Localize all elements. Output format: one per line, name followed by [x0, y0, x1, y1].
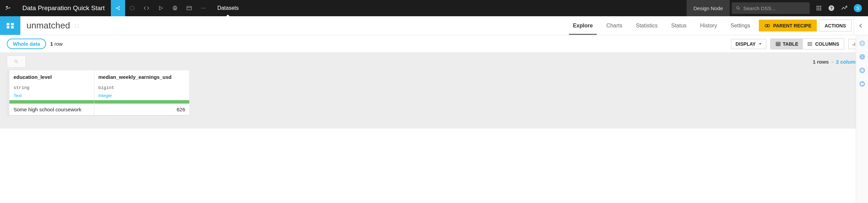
- svg-rect-51: [862, 56, 863, 58]
- code-icon[interactable]: [139, 0, 154, 16]
- parent-recipe-button[interactable]: PARENT RECIPE: [759, 20, 817, 31]
- row-count: 1 row: [50, 41, 63, 47]
- parent-recipe-label: PARENT RECIPE: [773, 23, 811, 28]
- data-counts: 1 rows - 2 columns: [813, 59, 861, 65]
- cell[interactable]: 626: [94, 104, 189, 115]
- rail-list-icon[interactable]: [859, 67, 866, 74]
- collapse-sidebar-button[interactable]: [854, 16, 868, 35]
- column-meaning-type[interactable]: Integer: [98, 93, 185, 98]
- svg-rect-29: [11, 26, 14, 28]
- svg-rect-26: [7, 23, 9, 25]
- data-area: 1 rows - 2 columns education_level strin…: [0, 53, 868, 129]
- view-toggle: TABLE COLUMNS: [770, 39, 844, 49]
- explore-toolbar: Whole data 1 row DISPLAY TABLE COLUMNS: [0, 35, 868, 53]
- svg-text:?: ?: [830, 6, 832, 10]
- svg-rect-21: [816, 9, 817, 10]
- tab-history[interactable]: History: [693, 16, 724, 35]
- svg-rect-28: [7, 26, 9, 28]
- rows-count: 1 rows: [813, 59, 829, 65]
- apps-icon[interactable]: [816, 5, 822, 11]
- user-avatar[interactable]: S: [854, 4, 862, 12]
- svg-rect-20: [820, 8, 821, 9]
- dataset-name[interactable]: unmatched: [26, 20, 70, 31]
- svg-point-13: [736, 6, 739, 9]
- chevron-down-icon: [758, 42, 762, 46]
- project-title[interactable]: Data Preparation Quick Start: [16, 0, 111, 16]
- column-header[interactable]: median_weekly_earnings_usd bigint Intege…: [94, 70, 189, 100]
- right-rail: [856, 35, 868, 129]
- svg-rect-22: [818, 9, 820, 10]
- rail-add-icon[interactable]: [859, 40, 866, 47]
- column-meaning-type[interactable]: Text: [14, 93, 90, 98]
- activity-icon[interactable]: [841, 5, 848, 12]
- data-grid: education_level string Text Some high sc…: [7, 70, 189, 115]
- dataset-tabs: Explore Charts Statistics Status History…: [566, 16, 757, 35]
- column-1: median_weekly_earnings_usd bigint Intege…: [94, 70, 189, 115]
- row-handle[interactable]: [7, 70, 9, 115]
- recipe-icon: [764, 23, 770, 29]
- actions-button[interactable]: ACTIONS: [819, 20, 852, 31]
- svg-line-48: [17, 62, 18, 63]
- rail-discussion-icon[interactable]: [859, 81, 866, 87]
- column-0: education_level string Text Some high sc…: [9, 70, 94, 115]
- tab-statistics[interactable]: Statistics: [629, 16, 664, 35]
- svg-point-11: [203, 8, 204, 8]
- share-button[interactable]: [111, 0, 125, 16]
- list-icon: [808, 41, 813, 47]
- svg-line-14: [739, 9, 740, 10]
- svg-rect-33: [776, 42, 780, 46]
- dataset-name-wrap: unmatched: [20, 16, 86, 35]
- view-columns-button[interactable]: COLUMNS: [803, 39, 844, 49]
- cell[interactable]: Some high school coursework: [9, 104, 94, 115]
- svg-rect-15: [816, 6, 817, 7]
- svg-rect-19: [818, 8, 820, 9]
- quality-bar[interactable]: [94, 100, 189, 104]
- column-search-button[interactable]: [7, 55, 26, 68]
- column-storage-type: bigint: [98, 85, 185, 90]
- global-search-input[interactable]: [743, 5, 806, 11]
- dashboard-icon[interactable]: [182, 0, 196, 16]
- dataset-header: unmatched Explore Charts Statistics Stat…: [0, 16, 868, 35]
- global-search[interactable]: [732, 2, 810, 14]
- svg-rect-27: [11, 23, 14, 25]
- tab-explore[interactable]: Explore: [566, 16, 600, 35]
- svg-rect-8: [187, 6, 192, 10]
- print-icon[interactable]: [168, 0, 182, 16]
- svg-point-12: [204, 8, 205, 8]
- tab-charts[interactable]: Charts: [599, 16, 629, 35]
- view-table-button[interactable]: TABLE: [771, 39, 803, 49]
- column-header[interactable]: education_level string Text: [9, 70, 94, 100]
- dataset-type-icon[interactable]: [0, 16, 20, 35]
- svg-point-10: [201, 8, 202, 8]
- app-logo[interactable]: [0, 0, 16, 16]
- dataset-refresh-icon[interactable]: [74, 23, 80, 28]
- svg-rect-23: [820, 9, 821, 10]
- flow-icon[interactable]: [125, 0, 139, 16]
- svg-rect-17: [820, 6, 821, 7]
- svg-point-30: [75, 24, 79, 27]
- topbar: Data Preparation Quick Start Datasets De…: [0, 0, 868, 16]
- more-icon[interactable]: [196, 0, 211, 16]
- svg-rect-16: [818, 6, 820, 7]
- tab-settings[interactable]: Settings: [724, 16, 757, 35]
- svg-rect-52: [862, 55, 863, 56]
- run-icon[interactable]: [154, 0, 168, 16]
- column-name: education_level: [14, 74, 90, 80]
- svg-point-43: [808, 45, 808, 45]
- design-node-label[interactable]: Design Node: [687, 0, 730, 16]
- svg-point-4: [130, 6, 134, 10]
- svg-rect-18: [816, 8, 817, 9]
- help-icon[interactable]: ?: [828, 5, 835, 12]
- search-icon: [14, 59, 19, 64]
- svg-point-42: [808, 44, 808, 44]
- column-storage-type: string: [14, 85, 90, 90]
- display-dropdown[interactable]: DISPLAY: [731, 39, 766, 49]
- quality-bar[interactable]: [9, 100, 94, 104]
- rail-info-icon[interactable]: [859, 53, 866, 60]
- tab-status[interactable]: Status: [665, 16, 693, 35]
- svg-point-41: [808, 42, 808, 43]
- section-datasets[interactable]: Datasets: [211, 0, 245, 16]
- column-name: median_weekly_earnings_usd: [98, 74, 185, 80]
- table-icon: [775, 41, 781, 47]
- whole-data-button[interactable]: Whole data: [7, 39, 46, 49]
